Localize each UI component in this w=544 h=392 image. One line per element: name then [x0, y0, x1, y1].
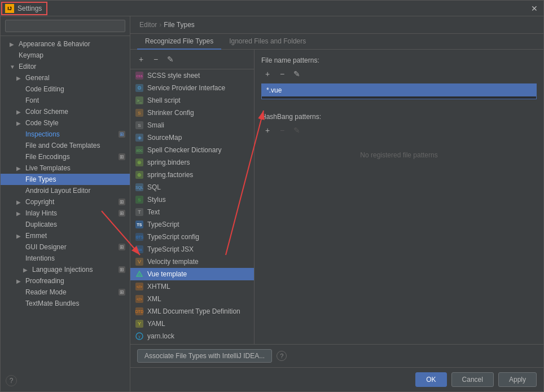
sidebar-item-file-types[interactable]: File Types	[1, 174, 130, 185]
close-button[interactable]: ✕	[530, 4, 539, 13]
file-type-label: TypeScript config	[147, 233, 199, 241]
sidebar-item-intentions[interactable]: Intentions	[1, 253, 130, 264]
list-item[interactable]: css SCSS style sheet	[130, 69, 254, 82]
list-item[interactable]: tsx TypeScript JSX	[130, 243, 254, 256]
add-file-type-button[interactable]: +	[135, 53, 147, 65]
file-type-label: SourceMap	[147, 134, 182, 142]
remove-hashbang-button[interactable]: −	[276, 124, 288, 136]
svg-text:>_: >_	[137, 98, 142, 103]
vue-icon	[135, 270, 144, 279]
list-item[interactable]: ⚙ Service Provider Interface	[130, 82, 254, 94]
sidebar-item-inspections[interactable]: Inspections ⊞	[1, 129, 130, 140]
sidebar-item-keymap[interactable]: Keymap	[1, 50, 130, 61]
sidebar-item-label: General	[25, 74, 50, 82]
sidebar-item-reader-mode[interactable]: Reader Mode ⊞	[1, 287, 130, 298]
svg-text:T: T	[138, 209, 141, 215]
list-item[interactable]: </> XML	[130, 293, 254, 305]
file-type-label: Text	[147, 208, 160, 216]
sidebar-item-inlay-hints[interactable]: ▶ Inlay Hints ⊞	[1, 208, 130, 219]
list-item[interactable]: ⚙TS TypeScript config	[130, 231, 254, 243]
spellcheck-icon: abc	[135, 146, 144, 155]
file-type-label: Shrinker Config	[147, 109, 194, 117]
add-hashbang-button[interactable]: +	[261, 124, 274, 136]
scss-icon: css	[135, 71, 144, 80]
list-item-vue[interactable]: Vue template	[130, 268, 254, 280]
search-input[interactable]	[5, 20, 125, 32]
file-name-patterns-toolbar: + − ✎	[261, 68, 537, 80]
list-item[interactable]: V Velocity template	[130, 256, 254, 268]
sourcemap-icon: ◈	[135, 133, 144, 142]
sidebar-item-font[interactable]: Font	[1, 95, 130, 106]
sidebar-item-general[interactable]: ▶ General	[1, 72, 130, 83]
add-pattern-button[interactable]: +	[261, 68, 274, 80]
velocity-icon: V	[135, 257, 144, 266]
list-item[interactable]: y yarn.lock	[130, 330, 254, 342]
sidebar-item-file-code-templates[interactable]: File and Code Templates	[1, 140, 130, 151]
sidebar-item-language-injections[interactable]: ▶ Language Injections ⊞	[1, 264, 130, 275]
svg-text:IJ: IJ	[7, 6, 12, 11]
sidebar-tree: ▶ Appearance & Behavior Keymap ▼ Editor	[1, 36, 130, 391]
sidebar-item-editor[interactable]: ▼ Editor	[1, 61, 130, 72]
hashbang-patterns-toolbar: + − ✎	[261, 124, 537, 136]
sidebar-item-android-layout[interactable]: Android Layout Editor	[1, 185, 130, 196]
svg-text:y: y	[138, 334, 141, 339]
sidebar-item-copyright[interactable]: ▶ Copyright ⊞	[1, 196, 130, 208]
edit-file-type-button[interactable]: ✎	[164, 53, 177, 65]
sidebar-item-gui-designer[interactable]: GUI Designer ⊞	[1, 241, 130, 253]
sidebar-item-textmate[interactable]: TextMate Bundles	[1, 298, 130, 309]
list-item[interactable]: abc Spell Checker Dictionary	[130, 144, 254, 156]
sidebar-item-color-scheme[interactable]: ▶ Color Scheme	[1, 106, 130, 117]
sidebar-item-emmet[interactable]: ▶ Emmet	[1, 230, 130, 241]
list-item[interactable]: T Text	[130, 206, 254, 218]
file-type-label: Shell script	[147, 96, 181, 104]
svg-text:◈: ◈	[138, 135, 142, 140]
ok-button[interactable]: OK	[415, 372, 446, 387]
edit-hashbang-button[interactable]: ✎	[291, 124, 303, 136]
list-item[interactable]: TS TypeScript	[130, 218, 254, 231]
help-button[interactable]: ?	[6, 375, 17, 386]
reader-mode-badge: ⊞	[119, 289, 125, 296]
sidebar-item-code-editing[interactable]: Code Editing	[1, 83, 130, 95]
list-item[interactable]: >_ Shell script	[130, 94, 254, 107]
associate-button[interactable]: Associate File Types with IntelliJ IDEA.…	[137, 349, 272, 363]
remove-file-type-button[interactable]: −	[150, 53, 162, 65]
list-item[interactable]: ◈ SourceMap	[130, 131, 254, 144]
file-type-label: SQL	[147, 183, 161, 191]
edit-pattern-button[interactable]: ✎	[291, 68, 303, 80]
sidebar-item-label: Editor	[19, 63, 36, 71]
file-name-patterns-list: *.vue	[261, 83, 537, 99]
sidebar-item-code-style[interactable]: ▶ Code Style	[1, 117, 130, 129]
remove-pattern-button[interactable]: −	[276, 68, 288, 80]
list-item[interactable]: ⊕ spring.factories	[130, 169, 254, 181]
tsjsx-icon: tsx	[135, 245, 144, 254]
sidebar-item-label: Android Layout Editor	[25, 187, 90, 195]
list-item[interactable]: DTD XML Document Type Definition	[130, 305, 254, 318]
cancel-button[interactable]: Cancel	[451, 372, 494, 387]
hashbang-patterns-section: HashBang patterns: + − ✎ No registered f…	[261, 113, 537, 170]
sidebar-item-label: File Encodings	[25, 153, 70, 161]
list-item[interactable]: Y YAML	[130, 318, 254, 330]
sidebar-item-duplicates[interactable]: Duplicates	[1, 219, 130, 230]
list-item[interactable]: S Stylus	[130, 193, 254, 206]
svg-text:S: S	[138, 111, 141, 116]
apply-button[interactable]: Apply	[498, 372, 537, 387]
breadcrumb: Editor › File Types	[130, 16, 543, 34]
tab-recognized[interactable]: Recognized File Types	[137, 34, 221, 50]
sidebar-item-file-encodings[interactable]: File Encodings ⊞	[1, 151, 130, 162]
sidebar-item-label: Inlay Hints	[25, 209, 57, 217]
associate-help-icon[interactable]: ?	[277, 351, 287, 361]
list-item[interactable]: SQL SQL	[130, 181, 254, 193]
sidebar-item-label: Appearance & Behavior	[19, 40, 90, 48]
file-type-label: Stylus	[147, 196, 166, 204]
xmldtd-icon: DTD	[135, 307, 144, 316]
list-item[interactable]: </> XHTML	[130, 280, 254, 293]
file-type-label: XML	[147, 295, 161, 303]
tab-ignored[interactable]: Ignored Files and Folders	[221, 34, 314, 50]
sidebar-item-live-templates[interactable]: ▶ Live Templates	[1, 162, 130, 174]
pattern-item-vue[interactable]: *.vue	[262, 84, 536, 96]
sidebar-item-appearance[interactable]: ▶ Appearance & Behavior	[1, 38, 130, 50]
sidebar-item-proofreading[interactable]: ▶ Proofreading	[1, 275, 130, 287]
list-item[interactable]: S Smali	[130, 119, 254, 131]
list-item[interactable]: ⊕ spring.binders	[130, 156, 254, 169]
list-item[interactable]: S Shrinker Config	[130, 107, 254, 119]
